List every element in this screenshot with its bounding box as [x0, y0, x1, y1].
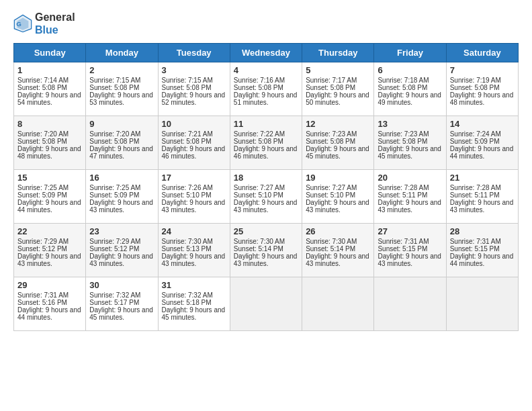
- day-number: 30: [89, 280, 154, 290]
- calendar-cell: 3Sunrise: 7:15 AMSunset: 5:08 PMDaylight…: [158, 62, 230, 116]
- calendar-cell: 21Sunrise: 7:28 AMSunset: 5:11 PMDayligh…: [446, 170, 518, 224]
- day-number: 11: [234, 119, 298, 129]
- daylight: Daylight: 9 hours and 43 minutes.: [162, 199, 226, 214]
- calendar-week-row: 8Sunrise: 7:20 AMSunset: 5:08 PMDaylight…: [14, 116, 519, 170]
- day-number: 25: [234, 226, 298, 236]
- calendar-header-cell: Thursday: [302, 44, 374, 62]
- calendar-week-row: 1Sunrise: 7:14 AMSunset: 5:08 PMDaylight…: [14, 62, 519, 116]
- calendar-cell: 11Sunrise: 7:22 AMSunset: 5:08 PMDayligh…: [230, 116, 302, 170]
- daylight: Daylight: 9 hours and 47 minutes.: [89, 145, 153, 160]
- day-number: 5: [306, 65, 370, 75]
- sunset: Sunset: 5:09 PM: [17, 191, 67, 199]
- day-number: 8: [17, 119, 82, 129]
- calendar-cell: 7Sunrise: 7:19 AMSunset: 5:08 PMDaylight…: [446, 62, 518, 116]
- day-number: 3: [162, 65, 226, 75]
- daylight: Daylight: 9 hours and 45 minutes.: [89, 306, 153, 321]
- day-number: 20: [378, 173, 442, 183]
- calendar-cell: [446, 277, 518, 331]
- sunset: Sunset: 5:08 PM: [306, 138, 355, 145]
- sunset: Sunset: 5:12 PM: [17, 245, 67, 253]
- logo-icon: G: [13, 14, 32, 33]
- calendar-week-row: 15Sunrise: 7:25 AMSunset: 5:09 PMDayligh…: [14, 170, 519, 224]
- calendar-table: SundayMondayTuesdayWednesdayThursdayFrid…: [13, 43, 519, 331]
- day-number: 13: [378, 119, 442, 129]
- daylight: Daylight: 9 hours and 43 minutes.: [306, 253, 369, 267]
- calendar-header-cell: Saturday: [446, 44, 518, 62]
- sunrise: Sunrise: 7:17 AM: [306, 77, 357, 84]
- sunset: Sunset: 5:08 PM: [162, 138, 212, 145]
- calendar-cell: 26Sunrise: 7:30 AMSunset: 5:14 PMDayligh…: [302, 224, 374, 277]
- day-number: 19: [306, 173, 370, 183]
- calendar-week-row: 29Sunrise: 7:31 AMSunset: 5:16 PMDayligh…: [14, 277, 519, 331]
- daylight: Daylight: 9 hours and 49 minutes.: [378, 91, 441, 106]
- day-number: 23: [89, 226, 154, 236]
- calendar-cell: 6Sunrise: 7:18 AMSunset: 5:08 PMDaylight…: [374, 62, 446, 116]
- daylight: Daylight: 9 hours and 43 minutes.: [306, 199, 369, 214]
- calendar-cell: 30Sunrise: 7:32 AMSunset: 5:17 PMDayligh…: [86, 277, 158, 331]
- day-number: 26: [306, 226, 370, 236]
- daylight: Daylight: 9 hours and 43 minutes.: [378, 253, 441, 267]
- daylight: Daylight: 9 hours and 52 minutes.: [162, 91, 226, 106]
- daylight: Daylight: 9 hours and 44 minutes.: [17, 306, 81, 321]
- daylight: Daylight: 9 hours and 54 minutes.: [17, 91, 81, 106]
- calendar-cell: 4Sunrise: 7:16 AMSunset: 5:08 PMDaylight…: [230, 62, 302, 116]
- day-number: 9: [89, 119, 154, 129]
- daylight: Daylight: 9 hours and 43 minutes.: [89, 253, 153, 267]
- logo-line1: General: [35, 11, 75, 24]
- calendar-cell: 16Sunrise: 7:25 AMSunset: 5:09 PMDayligh…: [86, 170, 158, 224]
- sunset: Sunset: 5:11 PM: [450, 191, 500, 199]
- calendar-cell: [302, 277, 374, 331]
- calendar-cell: 15Sunrise: 7:25 AMSunset: 5:09 PMDayligh…: [14, 170, 86, 224]
- sunset: Sunset: 5:12 PM: [89, 245, 139, 253]
- day-number: 28: [450, 226, 515, 236]
- sunrise: Sunrise: 7:32 AM: [162, 291, 213, 299]
- sunset: Sunset: 5:11 PM: [378, 191, 427, 199]
- sunrise: Sunrise: 7:20 AM: [17, 130, 69, 138]
- sunrise: Sunrise: 7:15 AM: [162, 77, 213, 84]
- sunset: Sunset: 5:09 PM: [450, 138, 500, 145]
- daylight: Daylight: 9 hours and 50 minutes.: [306, 91, 369, 106]
- sunrise: Sunrise: 7:32 AM: [89, 291, 140, 299]
- calendar-cell: 14Sunrise: 7:24 AMSunset: 5:09 PMDayligh…: [446, 116, 518, 170]
- calendar-cell: 25Sunrise: 7:30 AMSunset: 5:14 PMDayligh…: [230, 224, 302, 277]
- sunrise: Sunrise: 7:30 AM: [162, 238, 213, 245]
- calendar-week-row: 22Sunrise: 7:29 AMSunset: 5:12 PMDayligh…: [14, 224, 519, 277]
- daylight: Daylight: 9 hours and 43 minutes.: [17, 253, 81, 267]
- day-number: 22: [17, 226, 82, 236]
- daylight: Daylight: 9 hours and 43 minutes.: [378, 199, 441, 214]
- calendar-cell: 19Sunrise: 7:27 AMSunset: 5:10 PMDayligh…: [302, 170, 374, 224]
- day-number: 2: [89, 65, 154, 75]
- daylight: Daylight: 9 hours and 43 minutes.: [162, 253, 226, 267]
- day-number: 14: [450, 119, 515, 129]
- sunset: Sunset: 5:08 PM: [234, 84, 283, 91]
- calendar-cell: 24Sunrise: 7:30 AMSunset: 5:13 PMDayligh…: [158, 224, 230, 277]
- daylight: Daylight: 9 hours and 51 minutes.: [234, 91, 298, 106]
- calendar-cell: 28Sunrise: 7:31 AMSunset: 5:15 PMDayligh…: [446, 224, 518, 277]
- day-number: 15: [17, 173, 82, 183]
- sunrise: Sunrise: 7:14 AM: [17, 77, 69, 84]
- calendar-cell: 5Sunrise: 7:17 AMSunset: 5:08 PMDaylight…: [302, 62, 374, 116]
- daylight: Daylight: 9 hours and 43 minutes.: [234, 253, 298, 267]
- day-number: 17: [162, 173, 226, 183]
- sunrise: Sunrise: 7:28 AM: [450, 184, 501, 191]
- svg-text:G: G: [16, 20, 21, 28]
- calendar-cell: 10Sunrise: 7:21 AMSunset: 5:08 PMDayligh…: [158, 116, 230, 170]
- daylight: Daylight: 9 hours and 44 minutes.: [450, 145, 514, 160]
- sunrise: Sunrise: 7:16 AM: [234, 77, 285, 84]
- sunset: Sunset: 5:08 PM: [378, 84, 427, 91]
- sunrise: Sunrise: 7:21 AM: [162, 130, 213, 138]
- daylight: Daylight: 9 hours and 48 minutes.: [450, 91, 514, 106]
- sunrise: Sunrise: 7:27 AM: [234, 184, 285, 191]
- calendar-cell: 18Sunrise: 7:27 AMSunset: 5:10 PMDayligh…: [230, 170, 302, 224]
- sunrise: Sunrise: 7:23 AM: [378, 130, 429, 138]
- daylight: Daylight: 9 hours and 43 minutes.: [234, 199, 298, 214]
- day-number: 6: [378, 65, 442, 75]
- calendar-cell: 20Sunrise: 7:28 AMSunset: 5:11 PMDayligh…: [374, 170, 446, 224]
- sunrise: Sunrise: 7:26 AM: [162, 184, 213, 191]
- calendar-cell: 31Sunrise: 7:32 AMSunset: 5:18 PMDayligh…: [158, 277, 230, 331]
- daylight: Daylight: 9 hours and 46 minutes.: [162, 145, 226, 160]
- sunrise: Sunrise: 7:20 AM: [89, 130, 140, 138]
- calendar-header-cell: Wednesday: [230, 44, 302, 62]
- calendar-header-cell: Tuesday: [158, 44, 230, 62]
- sunset: Sunset: 5:08 PM: [89, 84, 139, 91]
